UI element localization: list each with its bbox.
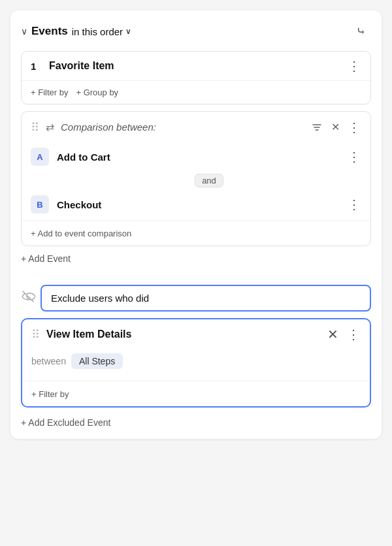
and-label: and xyxy=(195,174,223,187)
comparison-label: Comparison between: xyxy=(61,121,304,133)
group-by-link[interactable]: + Group by xyxy=(76,88,118,97)
page-title: Events xyxy=(31,25,68,38)
add-comparison-link[interactable]: + Add to event comparison xyxy=(31,229,131,238)
excluded-event-name: View Item Details xyxy=(46,329,321,340)
order-dropdown[interactable]: in this order ∨ xyxy=(72,26,131,37)
close-icon: ✕ xyxy=(331,121,340,133)
excluded-event-footer: + Filter by xyxy=(22,381,370,406)
comparison-header: ⠿ ⇄ Comparison between: ✕ ⋮ xyxy=(22,112,370,142)
filter-icon-button[interactable] xyxy=(310,121,323,134)
excluded-drag-handle-icon[interactable]: ⠿ xyxy=(31,327,40,342)
add-event-section: + Add Event xyxy=(21,253,371,274)
event-card-favorite-item: 1 Favorite Item ⋮ + Filter by + Group by xyxy=(21,51,371,104)
eye-slash-icon xyxy=(21,289,35,307)
event-b-label: B xyxy=(31,195,49,214)
comparison-card: ⠿ ⇄ Comparison between: ✕ ⋮ A xyxy=(21,111,371,246)
between-row: between All Steps xyxy=(31,353,361,369)
header-row: ∨ Events in this order ∨ ⤷ xyxy=(21,21,371,42)
header-action-icon[interactable]: ⤷ xyxy=(350,21,371,42)
event-name: Favorite Item xyxy=(49,60,340,72)
event-b-name: Checkout xyxy=(57,199,340,210)
event-b-more-icon[interactable]: ⋮ xyxy=(348,198,361,211)
collapse-chevron-icon[interactable]: ∨ xyxy=(21,26,27,37)
main-container: ∨ Events in this order ∨ ⤷ 1 Favorite It… xyxy=(10,10,382,439)
event-a-name: Add to Cart xyxy=(57,152,340,163)
sub-event-b: B Checkout ⋮ xyxy=(31,190,361,219)
exclude-users-input[interactable] xyxy=(41,285,371,312)
comparison-actions: ✕ ⋮ xyxy=(310,120,361,135)
add-event-button[interactable]: + Add Event xyxy=(21,253,71,264)
excluded-filter-by-link[interactable]: + Filter by xyxy=(31,389,69,399)
event-more-icon[interactable]: ⋮ xyxy=(348,59,361,72)
between-label: between xyxy=(31,356,66,366)
add-excluded-event-button[interactable]: + Add Excluded Event xyxy=(21,417,110,428)
exclude-section xyxy=(21,285,371,312)
header-left: ∨ Events in this order ∨ xyxy=(21,25,131,38)
event-number: 1 xyxy=(31,61,41,72)
and-separator: and xyxy=(31,171,361,190)
add-comparison-row: + Add to event comparison xyxy=(22,220,370,246)
sub-event-a: A Add to Cart ⋮ xyxy=(31,142,361,171)
comparison-more-icon[interactable]: ⋮ xyxy=(348,121,361,134)
comparison-arrows-icon: ⇄ xyxy=(46,121,54,133)
close-comparison-button[interactable]: ✕ xyxy=(330,120,341,135)
order-label: in this order xyxy=(72,26,123,37)
order-chevron-icon: ∨ xyxy=(125,27,131,36)
event-a-label: A xyxy=(31,148,49,166)
event-card-header: 1 Favorite Item ⋮ xyxy=(22,52,370,80)
excluded-close-icon[interactable]: ✕ xyxy=(327,328,339,341)
sub-events-list: A Add to Cart ⋮ and B Checkout ⋮ xyxy=(22,142,370,220)
excluded-more-icon[interactable]: ⋮ xyxy=(347,328,361,341)
excluded-event-body: between All Steps xyxy=(22,349,370,381)
all-steps-button[interactable]: All Steps xyxy=(71,353,123,369)
event-a-more-icon[interactable]: ⋮ xyxy=(348,150,361,163)
event-card-footer: + Filter by + Group by xyxy=(22,80,370,104)
filter-by-link[interactable]: + Filter by xyxy=(31,88,68,97)
drag-handle-icon[interactable]: ⠿ xyxy=(31,120,39,135)
excluded-event-header: ⠿ View Item Details ✕ ⋮ xyxy=(22,319,370,349)
excluded-event-card: ⠿ View Item Details ✕ ⋮ between All Step… xyxy=(21,318,371,408)
exclude-header xyxy=(21,285,371,312)
